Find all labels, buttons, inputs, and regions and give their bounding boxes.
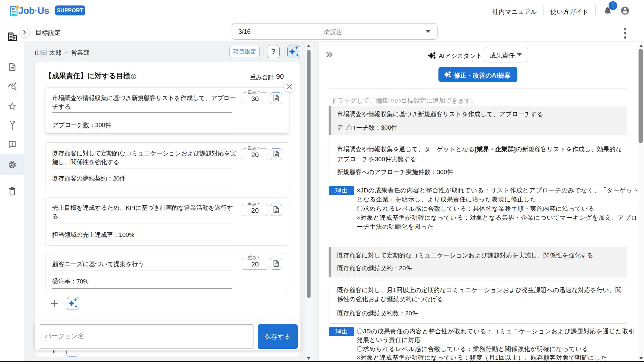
svg-text:?: ? [132, 74, 134, 78]
